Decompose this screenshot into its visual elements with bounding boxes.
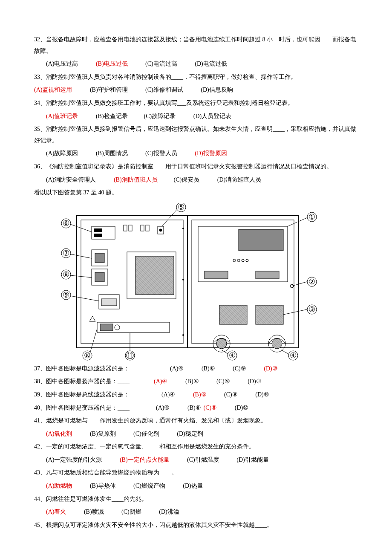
opt-39-c: (C)⑨ [224, 389, 238, 401]
svg-rect-21 [101, 299, 117, 306]
question-38: 38、图中各图标是扬声器的是：____ (A)④ (B)⑥ (C)⑨ (D)⑩ [34, 376, 358, 387]
svg-line-43 [162, 207, 179, 226]
opt-44-b: (B)喷溅 [84, 506, 104, 518]
opt-44-d: (D)沸溢 [159, 506, 179, 518]
opt-41-b: (B)复原剂 [90, 428, 116, 440]
question-44: 44、闪燃往往是可燃液体发生____的先兆。 [34, 494, 358, 505]
opt-40-b: (B)⑥ [187, 402, 201, 414]
question-43: 43、凡与可燃物质相结合能导致燃烧的物质称为____。 [34, 467, 358, 479]
opt-36-b: (B)消防值班人员 [114, 174, 158, 186]
label-9: ⑨ [63, 291, 69, 299]
options-34: (A)值班记录 (B)检查记录(C)故障记录 (D)人员登记表 [34, 111, 358, 122]
opt-33-b: (B)守护和管理 [90, 84, 128, 96]
svg-line-44 [288, 218, 307, 226]
svg-rect-37 [219, 305, 247, 324]
opt-37-b: (B)⑥ [202, 363, 215, 375]
q39-text: 39、图中各图标是总线滤波器的是：____ [34, 391, 141, 398]
options-33: (A)监视和运用 (B)守护和管理 (C)维修和调试 (D)信息反响 [34, 84, 358, 96]
opt-40-c: (C)⑨ [204, 402, 217, 414]
label-3: ③ [308, 305, 315, 314]
opt-34-a: (A)值班记录 [46, 111, 78, 122]
opt-33-a: (A)监视和运用 [34, 84, 72, 96]
svg-rect-9 [141, 225, 144, 231]
svg-point-40 [216, 338, 227, 349]
svg-point-27 [182, 334, 184, 336]
opt-42-c: (C)引燃温度 [187, 454, 219, 466]
svg-point-26 [182, 279, 184, 280]
svg-point-25 [182, 228, 184, 229]
opt-37-a: (A)④ [170, 363, 184, 375]
opt-39-d: (D)⑩ [255, 389, 269, 401]
svg-rect-38 [256, 305, 283, 324]
q37-text: 37、图中各图标是电源滤波器的是：____ [34, 365, 141, 372]
q38-text: 38、图中各图标是扬声器的是：____ [34, 378, 130, 384]
question-39: 39、图中各图标是总线滤波器的是：____ (A)④ (B)⑥ (C)⑨ (D)… [34, 389, 358, 401]
label-5: ⑤ [178, 203, 184, 211]
opt-38-d: (D)⑩ [248, 376, 261, 387]
svg-point-32 [242, 259, 244, 262]
label-7: ⑦ [63, 249, 69, 257]
opt-38-a: (A)④ [154, 376, 167, 387]
opt-32-b: (B)电压过低 [96, 58, 128, 70]
question-33: 33、消防控制室值班人员负责对各种消防控制设备的____，不得擅离职守，做好检查… [34, 72, 358, 83]
question-32: 32、当报备电故障时，应检查备用电池的连接器及接线；当备用电池连续工作时间超过 … [34, 34, 358, 57]
question-37: 37、图中各图标是电源滤波器的是：____ (A)④ (B)⑥ (C)⑨ (D)… [34, 363, 358, 375]
opt-41-c: (C)催化剂 [133, 428, 159, 440]
label-6: ⑥ [63, 219, 69, 228]
opt-43-c: (C)燃烧产物 [133, 480, 165, 492]
label-11: ⑪ [126, 351, 134, 360]
options-44: (A)着火 (B)喷溅 (C)阴燃 (D)沸溢 [34, 506, 358, 518]
label-4b: ④ [290, 351, 297, 360]
opt-32-c: (C)电流过高 [145, 58, 177, 70]
label-4a: ④ [229, 351, 236, 360]
question-42: 42、一定的可燃物浓度、一定的氧气含量、____和相互作用是燃烧发生的充分条件。 [34, 441, 358, 453]
opt-34-b: (B)检查记录 [96, 111, 128, 122]
question-34: 34、消防控制室值班人员做交接班工作时，要认真填写___及系统运行登记表和控制器… [34, 98, 358, 109]
svg-rect-29 [239, 229, 283, 251]
opt-34-d: (D)人员登记表 [193, 111, 231, 122]
opt-37-d: (D)⑩ [264, 363, 277, 375]
svg-rect-35 [256, 271, 279, 279]
svg-rect-5 [94, 228, 102, 232]
question-45: 45、根据闪点可评定液体火灾不安全性的大小，闪点越低的液体其火灾不安全性就越__… [34, 520, 358, 531]
svg-line-53 [89, 329, 97, 355]
options-43: (A)助燃物 (B)导热体 (C)燃烧产物 (D)热量 [34, 480, 358, 492]
opt-35-a: (A)故障原因 [46, 148, 78, 159]
opt-36-d: (D)消防巡查人员 [217, 174, 261, 186]
svg-rect-4 [92, 226, 115, 239]
opt-38-c: (C)⑨ [216, 376, 230, 387]
svg-point-24 [115, 325, 120, 330]
label-8: ⑧ [63, 270, 69, 279]
svg-rect-14 [95, 253, 104, 263]
svg-rect-6 [94, 234, 102, 237]
opt-44-a: (A)着火 [46, 506, 66, 518]
opt-39-a: (A)④ [161, 389, 175, 401]
svg-line-48 [281, 350, 290, 355]
svg-point-31 [237, 259, 240, 262]
label-10: ⑩ [84, 351, 91, 360]
question-36: 36、《消防控制室值班记录表》是消防控制室____用于日常值班时记录火灾报警控制… [34, 161, 358, 173]
opt-43-d: (D)热量 [183, 480, 203, 492]
opt-41-d: (D)稳定剂 [177, 428, 203, 440]
svg-line-52 [70, 296, 99, 301]
label-2: ② [308, 278, 315, 286]
question-40: 40、图中各图标是变压器的是：____ (A)④ (B)⑥(C)⑨ (D)⑩ [34, 402, 358, 414]
opt-40-d: (D)⑩ [235, 402, 248, 414]
svg-rect-8 [129, 225, 132, 231]
label-1: ① [308, 213, 315, 221]
opt-32-d: (D)电流过低 [195, 58, 227, 70]
opt-42-a: (A)一定强度的引火源 [46, 454, 102, 466]
opt-32-a: (A)电压过高 [46, 58, 78, 70]
opt-43-b: (B)导热体 [90, 480, 116, 492]
opt-37-c: (C)⑨ [233, 363, 246, 375]
opt-33-d: (D)信息反响 [201, 84, 233, 96]
q40-text: 40、图中各图标是变压器的是：____ [34, 405, 130, 411]
svg-rect-19 [135, 256, 174, 295]
opt-35-b: (B)周围情况 [96, 148, 128, 159]
opt-34-c: (C)故障记录 [144, 111, 176, 122]
opt-35-d: (D)报警原因 [195, 148, 227, 159]
svg-point-30 [233, 259, 236, 262]
opt-36-c: (C)保安员 [174, 174, 200, 186]
svg-point-33 [246, 259, 248, 262]
opt-41-a: (A)氧化剂 [46, 428, 72, 440]
